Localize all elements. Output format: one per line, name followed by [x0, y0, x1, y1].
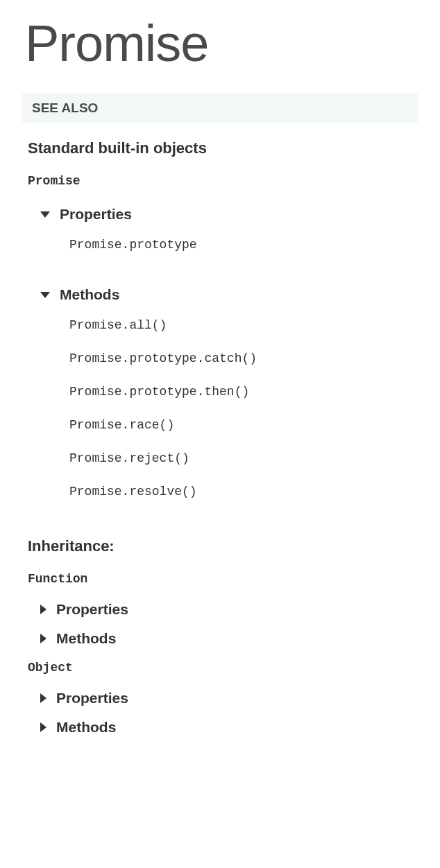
chevron-right-icon [40, 722, 46, 732]
type-label-object[interactable]: Object [0, 657, 440, 687]
list-item[interactable]: Promise.prototype [69, 228, 440, 261]
toggle-object-methods[interactable]: Methods [0, 716, 440, 745]
list-item[interactable]: Promise.race() [69, 408, 440, 442]
list-item[interactable]: Promise.prototype.catch() [69, 342, 440, 375]
list-item[interactable]: Promise.prototype.then() [69, 375, 440, 408]
toggle-methods-label: Methods [60, 286, 119, 303]
chevron-right-icon [40, 605, 46, 614]
page-title: Promise [0, 0, 440, 94]
type-label-function[interactable]: Function [0, 568, 440, 598]
chevron-down-icon [40, 292, 50, 298]
toggle-properties[interactable]: Properties [0, 200, 440, 228]
inheritance-label: Inheritance: [0, 528, 440, 568]
toggle-methods[interactable]: Methods [0, 281, 440, 309]
toggle-function-methods-label: Methods [56, 630, 116, 647]
list-item[interactable]: Promise.reject() [69, 442, 440, 475]
toggle-function-properties-label: Properties [56, 601, 128, 618]
see-also-header: SEE ALSO [22, 94, 418, 123]
chevron-right-icon [40, 634, 46, 643]
toggle-properties-label: Properties [60, 206, 132, 223]
list-item[interactable]: Promise.resolve() [69, 475, 440, 508]
properties-list: Promise.prototype [0, 228, 440, 271]
type-label-promise[interactable]: Promise [0, 170, 440, 200]
toggle-object-properties[interactable]: Properties [0, 687, 440, 716]
toggle-function-properties[interactable]: Properties [0, 598, 440, 627]
toggle-object-methods-label: Methods [56, 719, 116, 736]
chevron-down-icon [40, 211, 50, 218]
toggle-function-methods[interactable]: Methods [0, 627, 440, 657]
methods-list: Promise.all() Promise.prototype.catch() … [0, 309, 440, 518]
chevron-right-icon [40, 693, 46, 703]
toggle-object-properties-label: Properties [56, 690, 128, 706]
list-item[interactable]: Promise.all() [69, 309, 440, 342]
section-title[interactable]: Standard built-in objects [0, 137, 440, 170]
